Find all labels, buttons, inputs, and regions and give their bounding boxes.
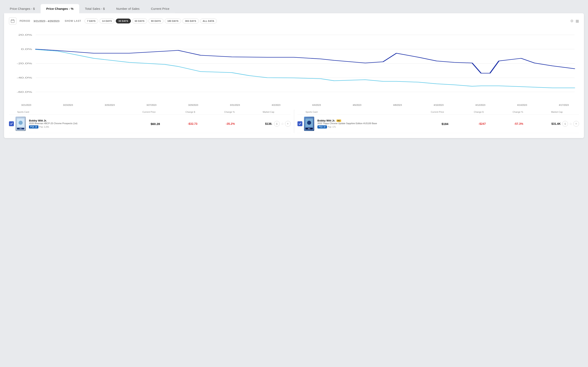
market-cap-right: $31.4K — [523, 122, 561, 125]
chip-7days[interactable]: 7 DAYS — [85, 18, 98, 24]
chip-14days[interactable]: 14 DAYS — [99, 18, 114, 24]
x-label-3: 3/27/2023 — [146, 104, 156, 106]
chip-90days[interactable]: 90 DAYS — [148, 18, 164, 24]
card-image-right: BWJ — [304, 117, 314, 131]
grid-icon[interactable]: ▦ — [576, 19, 579, 23]
header-change-pct-left: Change % — [195, 111, 235, 113]
show-last-label: SHOW LAST — [65, 20, 81, 22]
table-left: Sports Card Current Price Change $ Chang… — [9, 109, 294, 133]
card-image-left: BWJ — [16, 117, 26, 131]
svg-rect-0 — [11, 20, 14, 23]
period-value: 3/21/2023 - 4/20/2023 — [34, 20, 60, 23]
header-current-price-right: Current Price — [405, 111, 444, 113]
x-label-7: 4/4/2023 — [312, 104, 321, 106]
star-action-left[interactable]: ☆ — [281, 122, 284, 126]
svg-text:0.0%: 0.0% — [21, 48, 32, 50]
calendar-icon[interactable] — [9, 17, 16, 25]
header-market-cap-right: Market Cap — [523, 111, 563, 113]
x-label-1: 3/23/2023 — [63, 104, 73, 106]
tab-price-changes-pct[interactable]: Price Changes - % — [41, 4, 79, 13]
chart-area: 20.0% 0.0% -20.0% -40.0% -60.0% — [9, 29, 579, 102]
svg-text:-60.0%: -60.0% — [17, 91, 32, 93]
row-actions-left: $ ☆ + — [274, 121, 291, 127]
card-info-left: Bobby Witt Jr. 2020 Bowman #BCP-25 Chrom… — [28, 119, 122, 128]
psa-badge-left: PSA 10 — [29, 125, 38, 128]
dollar-action-right[interactable]: $ — [562, 121, 568, 127]
row-checkbox-left[interactable] — [9, 121, 14, 126]
period-actions: ⚙ ▦ — [570, 19, 579, 23]
card-set-right: 2022 Topps Chrome Update Sapphire Editio… — [318, 122, 411, 125]
period-row: PERIOD 3/21/2023 - 4/20/2023 SHOW LAST 7… — [9, 17, 579, 25]
tab-number-of-sales[interactable]: Number of Sales — [111, 4, 145, 13]
bottom-section: Sports Card Current Price Change $ Chang… — [9, 109, 579, 133]
svg-point-16 — [18, 121, 23, 125]
row-checkbox-right[interactable] — [297, 121, 302, 126]
svg-point-21 — [307, 121, 311, 125]
header-change-pct-right: Change % — [484, 111, 523, 113]
svg-text:-20.0%: -20.0% — [17, 62, 32, 65]
x-label-5: 3/31/2023 — [230, 104, 240, 106]
x-label-9: 4/8/2023 — [393, 104, 402, 106]
chip-30days[interactable]: 30 DAYS — [116, 18, 131, 24]
card-badge-left: PSA 10 Pop: 2,291 — [29, 125, 49, 128]
table-right: Sports Card Current Price Change $ Chang… — [294, 109, 579, 133]
card-name-left: Bobby Witt Jr. — [29, 119, 122, 122]
current-price-left: $60.28 — [122, 122, 160, 125]
tab-current-price[interactable]: Current Price — [145, 4, 175, 13]
change-pct-right: -57.3% — [486, 122, 523, 125]
table-row-left: BWJ Bobby Witt Jr. 2020 Bowman #BCP-25 C… — [9, 115, 291, 133]
tab-price-changes-dollar[interactable]: Price Changes - $ — [4, 4, 41, 13]
card-info-right: Bobby Witt Jr. RC 2022 Topps Chrome Upda… — [316, 119, 411, 128]
x-axis-labels: 3/21/2023 3/23/2023 3/25/2023 3/27/2023 … — [9, 104, 579, 106]
current-price-right: $184 — [411, 122, 448, 125]
svg-text:BWJ: BWJ — [308, 128, 310, 129]
chip-alldata[interactable]: ALL DATA — [200, 18, 217, 24]
svg-text:BWJ: BWJ — [19, 128, 22, 129]
chart-svg: 20.0% 0.0% -20.0% -40.0% -60.0% — [9, 29, 579, 102]
change-pct-left: -35.2% — [198, 122, 235, 125]
table-row-right: BWJ Bobby Witt Jr. RC 2022 Topps Chrome … — [297, 115, 579, 133]
x-label-0: 3/21/2023 — [21, 104, 31, 106]
pop-text-left: Pop: 2,291 — [39, 126, 49, 128]
tabs-row: Price Changes - $ Price Changes - % Tota… — [4, 4, 584, 13]
chip-180days[interactable]: 180 DAYS — [165, 18, 181, 24]
svg-text:-40.0%: -40.0% — [17, 76, 32, 79]
x-label-11: 4/12/2023 — [475, 104, 485, 106]
settings-icon[interactable]: ⚙ — [570, 19, 573, 23]
main-card: PERIOD 3/21/2023 - 4/20/2023 SHOW LAST 7… — [4, 13, 584, 138]
card-set-left: 2020 Bowman #BCP-25 Chrome Prospects (1s… — [29, 122, 122, 125]
row-actions-right: $ ☆ + — [562, 121, 579, 127]
x-label-2: 3/25/2023 — [105, 104, 115, 106]
header-market-cap-left: Market Cap — [235, 111, 274, 113]
tab-total-sales[interactable]: Total Sales - $ — [79, 4, 111, 13]
dollar-action-left[interactable]: $ — [274, 121, 280, 127]
rc-badge-right: RC — [337, 119, 341, 122]
table-right-header: Sports Card Current Price Change $ Chang… — [297, 109, 579, 115]
period-chips: 7 DAYS 14 DAYS 30 DAYS 60 DAYS 90 DAYS 1… — [85, 18, 217, 24]
x-label-8: 4/6/2023 — [353, 104, 361, 106]
change-dollar-left: -$32.73 — [160, 122, 198, 125]
change-dollar-right: -$247 — [448, 122, 486, 125]
header-change-dollar-left: Change $ — [156, 111, 195, 113]
header-sports-card-left: Sports Card — [9, 111, 116, 113]
card-badge-right: PSA 10 Pop: 171 — [318, 125, 336, 128]
x-label-12: 4/14/2023 — [517, 104, 527, 106]
x-label-10: 4/10/2023 — [434, 104, 444, 106]
plus-action-right[interactable]: + — [573, 121, 579, 127]
x-label-6: 4/2/2023 — [272, 104, 281, 106]
chip-60days[interactable]: 60 DAYS — [132, 18, 147, 24]
pop-text-right: Pop: 171 — [328, 126, 336, 128]
period-label: PERIOD — [20, 20, 30, 22]
chip-365days[interactable]: 365 DAYS — [182, 18, 199, 24]
header-current-price-left: Current Price — [116, 111, 156, 113]
psa-badge-right: PSA 10 — [318, 125, 327, 128]
card-name-right: Bobby Witt Jr. — [318, 119, 335, 122]
star-action-right[interactable]: ☆ — [569, 122, 572, 126]
x-label-13: 4/17/2023 — [559, 104, 569, 106]
header-sports-card-right: Sports Card — [297, 111, 405, 113]
plus-action-left[interactable]: + — [285, 121, 291, 127]
header-change-dollar-right: Change $ — [444, 111, 484, 113]
svg-text:20.0%: 20.0% — [18, 34, 32, 36]
table-left-header: Sports Card Current Price Change $ Chang… — [9, 109, 291, 115]
market-cap-left: $138. — [235, 122, 272, 125]
